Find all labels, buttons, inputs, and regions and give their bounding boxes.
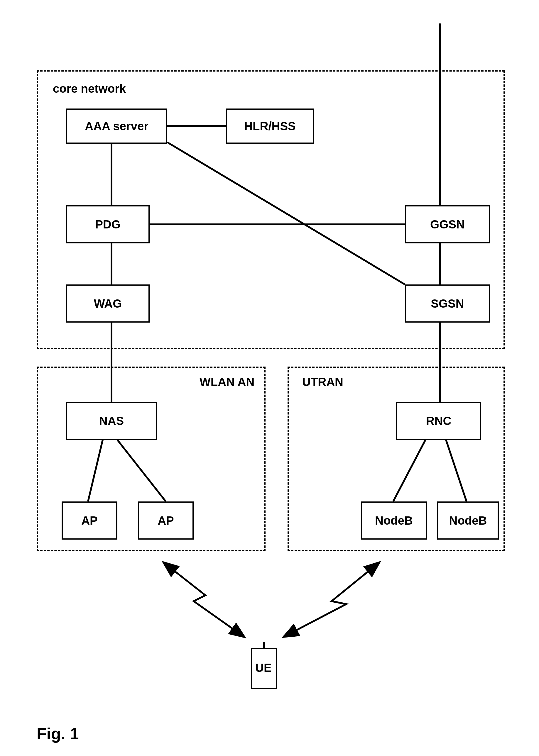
node-ue-label: UE <box>255 661 272 674</box>
node-nodeb-2: NodeB <box>437 502 499 540</box>
node-ap-2: AP <box>138 502 193 540</box>
region-wlan-label: WLAN AN <box>199 376 254 388</box>
node-ggsn: GGSN <box>405 205 490 243</box>
node-sgsn: SGSN <box>405 284 490 322</box>
node-aaa-server: AAA server <box>66 108 167 144</box>
node-hlr-hss: HLR/HSS <box>226 108 314 144</box>
node-nodeb-1: NodeB <box>361 502 427 540</box>
figure-label: Fig. 1 <box>37 724 79 743</box>
region-utran-label: UTRAN <box>302 376 343 388</box>
node-ap-1: AP <box>62 502 117 540</box>
node-nas: NAS <box>66 402 157 440</box>
node-wag: WAG <box>66 284 150 322</box>
diagram-canvas: core network WLAN AN UTRAN AAA server HL… <box>0 0 539 756</box>
region-core-label: core network <box>53 82 126 95</box>
node-pdg: PDG <box>66 205 150 243</box>
node-rnc: RNC <box>396 402 481 440</box>
